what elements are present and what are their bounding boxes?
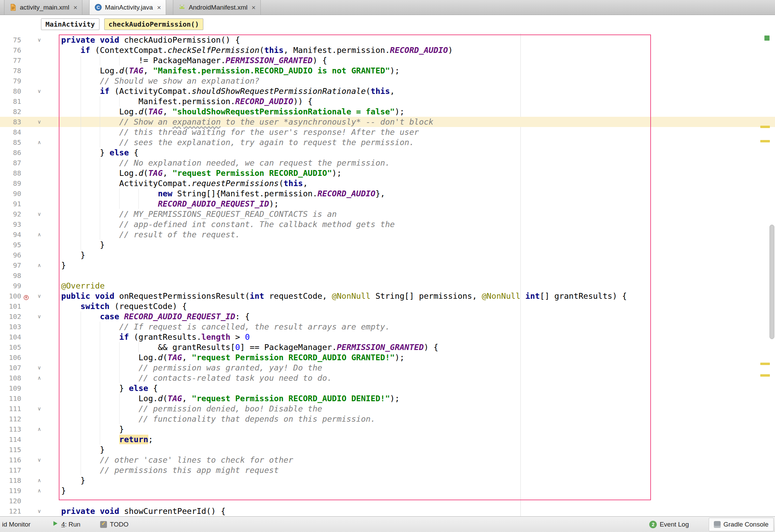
code-line[interactable]: if (grantResults.length > 0 xyxy=(57,332,775,342)
warning-stripe-mark[interactable] xyxy=(760,363,770,365)
line-number[interactable]: 111 xyxy=(0,404,21,414)
gutter[interactable]: 75∨ xyxy=(0,35,57,45)
line-number[interactable]: 76 xyxy=(0,45,21,55)
gutter[interactable]: 118∧ xyxy=(0,475,57,486)
fold-end-icon[interactable]: ∧ xyxy=(35,486,44,496)
code-line[interactable]: } xyxy=(57,240,775,250)
line-number[interactable]: 121 xyxy=(0,506,21,516)
breadcrumb-checkaudiopermission[interactable]: checkAudioPermission() xyxy=(104,18,204,30)
fold-collapse-icon[interactable]: ∨ xyxy=(35,209,44,219)
line-number[interactable]: 101 xyxy=(0,301,21,311)
line-number[interactable]: 116 xyxy=(0,455,21,465)
line-number[interactable]: 110 xyxy=(0,393,21,404)
editor[interactable]: 75∨private void checkAudioPermission() {… xyxy=(0,33,775,516)
code-line[interactable]: // this thread waiting for the user's re… xyxy=(57,127,775,137)
gutter[interactable]: 120 xyxy=(0,496,57,506)
line-number[interactable]: 108 xyxy=(0,373,21,383)
gutter[interactable]: 90 xyxy=(0,188,57,199)
gutter[interactable]: 93 xyxy=(0,219,57,229)
code-line[interactable]: Manifest.permission.RECORD_AUDIO)) { xyxy=(57,96,775,107)
gutter[interactable]: 91 xyxy=(0,199,57,209)
code-line[interactable]: public void onRequestPermissionsResult(i… xyxy=(57,291,775,301)
line-number[interactable]: 117 xyxy=(0,465,21,475)
gutter[interactable]: 80∨ xyxy=(0,86,57,96)
code-line[interactable]: // If request is cancelled, the result a… xyxy=(57,322,775,332)
fold-collapse-icon[interactable]: ∨ xyxy=(35,86,44,96)
editor-tab-AndroidManifest.xml[interactable]: AndroidManifest.xml× xyxy=(173,0,261,15)
code-line[interactable]: // result of the request. xyxy=(57,229,775,240)
code-line[interactable]: != PackageManager.PERMISSION_GRANTED) { xyxy=(57,55,775,66)
gutter[interactable]: 114 xyxy=(0,434,57,445)
event-log-button[interactable]: 2 Event Log xyxy=(649,521,689,528)
line-number[interactable]: 92 xyxy=(0,209,21,219)
fold-collapse-icon[interactable]: ∨ xyxy=(35,455,44,465)
line-number[interactable]: 78 xyxy=(0,66,21,76)
code-line[interactable]: new String[]{Manifest.permission.RECORD_… xyxy=(57,188,775,199)
gutter[interactable]: 98 xyxy=(0,270,57,281)
code-line[interactable]: } xyxy=(57,260,775,270)
line-number[interactable]: 115 xyxy=(0,445,21,455)
warning-stripe-mark[interactable] xyxy=(760,374,770,377)
code-line[interactable]: } xyxy=(57,475,775,486)
gutter[interactable]: 95 xyxy=(0,240,57,250)
android-monitor-button[interactable]: id Monitor xyxy=(2,521,30,528)
gutter[interactable]: 82 xyxy=(0,107,57,117)
line-number[interactable]: 114 xyxy=(0,434,21,445)
line-number[interactable]: 96 xyxy=(0,250,21,260)
line-number[interactable]: 98 xyxy=(0,270,21,281)
code-line[interactable]: } xyxy=(57,445,775,455)
code-line[interactable]: switch (requestCode) { xyxy=(57,301,775,311)
code-line[interactable]: } xyxy=(57,424,775,434)
fold-end-icon[interactable]: ∧ xyxy=(35,373,44,383)
code-line[interactable]: Log.d(TAG, "request Permission RECORD_AU… xyxy=(57,393,775,404)
fold-collapse-icon[interactable]: ∨ xyxy=(35,35,44,45)
line-number[interactable]: 79 xyxy=(0,76,21,86)
code-line[interactable]: // Show an expanation to the user *async… xyxy=(57,117,775,127)
gutter[interactable]: 105 xyxy=(0,342,57,352)
close-tab-icon[interactable]: × xyxy=(157,4,161,11)
editor-tab-MainActivity.java[interactable]: CMainActivity.java× xyxy=(89,0,166,15)
line-number[interactable]: 119 xyxy=(0,486,21,496)
fold-collapse-icon[interactable]: ∨ xyxy=(35,291,44,301)
breadcrumb-mainactivity[interactable]: MainActivity xyxy=(41,18,99,30)
code-line[interactable]: // MY_PERMISSIONS_REQUEST_READ_CONTACTS … xyxy=(57,209,775,219)
gutter[interactable]: 76 xyxy=(0,45,57,55)
code-line[interactable]: // Should we show an explanation? xyxy=(57,76,775,86)
editor-tab-activity_main.xml[interactable]: activity_main.xml× xyxy=(4,0,82,15)
line-number[interactable]: 94 xyxy=(0,229,21,240)
code-line[interactable]: Log.d(TAG, "Manifest.permission.RECORD_A… xyxy=(57,66,775,76)
code-line[interactable] xyxy=(57,496,775,506)
gutter[interactable]: 79 xyxy=(0,76,57,86)
line-number[interactable]: 107 xyxy=(0,363,21,373)
line-number[interactable]: 109 xyxy=(0,383,21,393)
line-number[interactable]: 82 xyxy=(0,107,21,117)
code-line[interactable]: private void checkAudioPermission() { xyxy=(57,35,775,45)
gutter[interactable]: 121∨ xyxy=(0,506,57,516)
code-line[interactable]: Log.d(TAG, "request Permission RECORD_AU… xyxy=(57,168,775,178)
line-number[interactable]: 90 xyxy=(0,188,21,199)
line-number[interactable]: 99 xyxy=(0,281,21,291)
gutter[interactable]: 97∧ xyxy=(0,260,57,270)
gutter[interactable]: 110 xyxy=(0,393,57,404)
fold-end-icon[interactable]: ∧ xyxy=(35,229,44,240)
fold-end-icon[interactable]: ∧ xyxy=(35,475,44,486)
scrollbar-thumb[interactable] xyxy=(770,225,774,339)
line-number[interactable]: 91 xyxy=(0,199,21,209)
gutter[interactable]: 94∧ xyxy=(0,229,57,240)
gutter[interactable]: 88 xyxy=(0,168,57,178)
code-line[interactable]: && grantResults[0] == PackageManager.PER… xyxy=(57,342,775,352)
code-line[interactable]: ActivityCompat.requestPermissions(this, xyxy=(57,178,775,188)
line-number[interactable]: 106 xyxy=(0,352,21,363)
gutter[interactable]: 89 xyxy=(0,178,57,188)
gutter[interactable]: 100∨ xyxy=(0,291,57,301)
gutter[interactable]: 84 xyxy=(0,127,57,137)
gutter[interactable]: 117 xyxy=(0,465,57,475)
gutter[interactable]: 113∧ xyxy=(0,424,57,434)
line-number[interactable]: 80 xyxy=(0,86,21,96)
gutter[interactable]: 116∨ xyxy=(0,455,57,465)
code-line[interactable]: case RECORD_AUDIO_REQUEST_ID: { xyxy=(57,311,775,322)
line-number[interactable]: 86 xyxy=(0,148,21,158)
line-number[interactable]: 81 xyxy=(0,96,21,107)
line-number[interactable]: 120 xyxy=(0,496,21,506)
line-number[interactable]: 83 xyxy=(0,117,21,127)
